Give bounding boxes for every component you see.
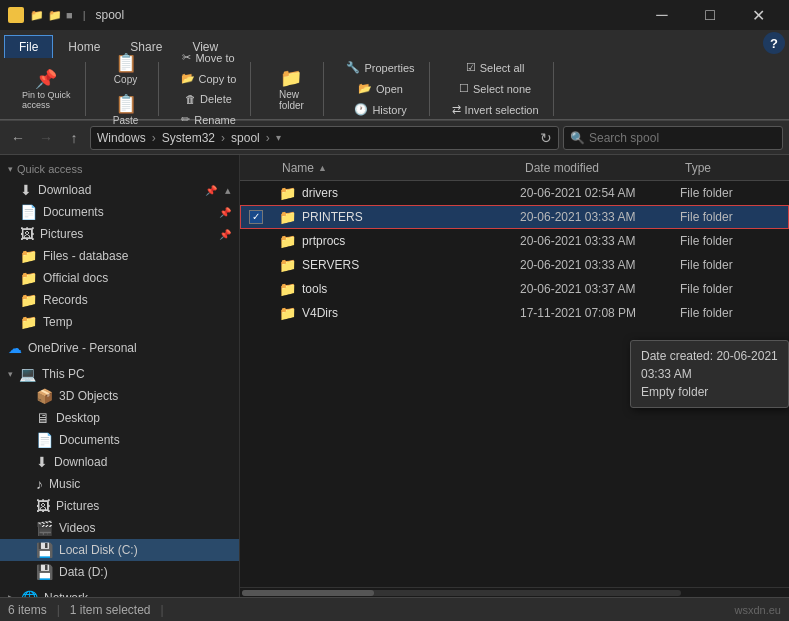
sidebar-item-files-db[interactable]: 📁 Files - database — [0, 245, 239, 267]
sidebar-item-3dobjects[interactable]: 📦 3D Objects — [0, 385, 239, 407]
ribbon-open-btn[interactable]: 📂 Open — [352, 80, 409, 97]
search-input[interactable] — [589, 131, 776, 145]
sidebar-item-videos[interactable]: 🎬 Videos — [0, 517, 239, 539]
ribbon-paste-button[interactable]: 📋 Paste — [102, 91, 150, 128]
sidebar-item-music[interactable]: ♪ Music — [0, 473, 239, 495]
column-name-header[interactable]: Name ▲ — [278, 157, 521, 179]
sidebar-videos-label: Videos — [59, 521, 95, 535]
ribbon-history-btn[interactable]: 🕐 History — [348, 101, 412, 118]
row-check-tools — [249, 282, 279, 296]
status-item-count: 6 items — [8, 603, 47, 617]
sidebar-item-download2[interactable]: ⬇ Download — [0, 451, 239, 473]
videos-icon: 🎬 — [36, 520, 53, 536]
checkbox-printers: ✓ — [249, 210, 263, 224]
ribbon-select-all-btn[interactable]: ☑ Select all — [460, 59, 531, 76]
horizontal-scrollbar[interactable] — [240, 587, 789, 597]
title-bar-icon3: ■ — [66, 9, 73, 21]
row-name-printers: 📁 PRINTERS — [279, 209, 520, 225]
row-name-servers: 📁 SERVERS — [279, 257, 520, 273]
ribbon-pin-to-quick[interactable]: 📌 Pin to Quickaccess — [16, 66, 77, 112]
sidebar: ▾ Quick access ⬇ Download 📌 ▴ 📄 Document… — [0, 155, 240, 597]
sidebar-item-temp[interactable]: 📁 Temp — [0, 311, 239, 333]
sidebar-item-download[interactable]: ⬇ Download 📌 ▴ — [0, 179, 239, 201]
sidebar-item-thispc[interactable]: ▾ 💻 This PC — [0, 363, 239, 385]
sidebar-item-pictures[interactable]: 🖼 Pictures 📌 — [0, 223, 239, 245]
music-icon: ♪ — [36, 476, 43, 492]
ribbon-properties-btn[interactable]: 🔧 Properties — [340, 59, 420, 76]
unchecked-prtprocs — [249, 234, 263, 248]
download2-icon: ⬇ — [36, 454, 48, 470]
tab-file[interactable]: File — [4, 35, 53, 58]
desktop-icon: 🖥 — [36, 410, 50, 426]
addr-sep-2: › — [221, 131, 225, 145]
pin-icon-download: 📌 — [205, 185, 217, 196]
sidebar-item-local-disk[interactable]: 💾 Local Disk (C:) — [0, 539, 239, 561]
table-row[interactable]: 📁 SERVERS 20-06-2021 03:33 AM File folde… — [240, 253, 789, 277]
sidebar-desktop-label: Desktop — [56, 411, 100, 425]
refresh-button[interactable]: ↻ — [540, 130, 552, 146]
properties-label: Properties — [364, 62, 414, 74]
up-button[interactable]: ↑ — [62, 126, 86, 150]
maximize-button[interactable]: □ — [687, 0, 733, 30]
select-all-icon: ☑ — [466, 61, 476, 74]
table-row[interactable]: 📁 tools 20-06-2021 03:37 AM File folder — [240, 277, 789, 301]
addr-spool: spool — [231, 131, 260, 145]
sidebar-3dobjects-label: 3D Objects — [59, 389, 118, 403]
quick-access-label: Quick access — [17, 163, 82, 175]
sidebar-item-records[interactable]: 📁 Records — [0, 289, 239, 311]
status-watermark: wsxdn.eu — [735, 604, 781, 616]
addr-dropdown[interactable]: ▾ — [276, 132, 281, 143]
window-controls[interactable]: ─ □ ✕ — [639, 0, 781, 30]
address-bar[interactable]: Windows › System32 › spool › ▾ ↻ — [90, 126, 559, 150]
ribbon-move-btn[interactable]: ✂ Move to — [176, 49, 240, 66]
sidebar-official-docs-label: Official docs — [43, 271, 108, 285]
table-row[interactable]: ✓ 📁 PRINTERS 20-06-2021 03:33 AM File fo… — [240, 205, 789, 229]
sidebar-item-documents[interactable]: 📄 Documents 📌 — [0, 201, 239, 223]
nav-bar: ← → ↑ Windows › System32 › spool › ▾ ↻ 🔍 — [0, 121, 789, 155]
main-layout: ▾ Quick access ⬇ Download 📌 ▴ 📄 Document… — [0, 155, 789, 597]
sidebar-item-network[interactable]: ▶ 🌐 Network — [0, 587, 239, 597]
sidebar-thispc-label: This PC — [42, 367, 85, 381]
help-button[interactable]: ? — [763, 32, 785, 54]
copyto-label: Copy to — [199, 73, 237, 85]
back-button[interactable]: ← — [6, 126, 30, 150]
table-row[interactable]: 📁 V4Dirs 17-11-2021 07:08 PM File folder — [240, 301, 789, 325]
addr-system32: System32 — [162, 131, 215, 145]
minimize-button[interactable]: ─ — [639, 0, 685, 30]
network-icon: 🌐 — [21, 590, 38, 597]
3dobjects-icon: 📦 — [36, 388, 53, 404]
column-type-header[interactable]: Type — [681, 157, 781, 179]
filename-printers: PRINTERS — [302, 210, 363, 224]
close-button[interactable]: ✕ — [735, 0, 781, 30]
status-selected-count: 1 item selected — [70, 603, 151, 617]
tooltip-line2: Empty folder — [641, 383, 778, 401]
forward-button[interactable]: → — [34, 126, 58, 150]
ribbon-invert-selection-btn[interactable]: ⇄ Invert selection — [446, 101, 545, 118]
quick-access-header[interactable]: ▾ Quick access — [0, 159, 239, 179]
ribbon-copy-to-btn[interactable]: 📂 Copy to — [175, 70, 243, 87]
ribbon-delete-btn[interactable]: 🗑 Delete — [179, 91, 238, 107]
search-icon: 🔍 — [570, 131, 585, 145]
table-row[interactable]: 📁 prtprocs 20-06-2021 03:33 AM File fold… — [240, 229, 789, 253]
table-row[interactable]: 📁 drivers 20-06-2021 02:54 AM File folde… — [240, 181, 789, 205]
new-folder-icon: 📁 — [280, 67, 302, 89]
ribbon-group-clipboard: 📋 Copy 📋 Paste — [94, 62, 159, 116]
unchecked-tools — [249, 282, 263, 296]
sidebar-item-official-docs[interactable]: 📁 Official docs — [0, 267, 239, 289]
column-date-header[interactable]: Date modified — [521, 157, 681, 179]
ribbon-copy-button[interactable]: 📋 Copy — [102, 50, 150, 87]
scrollbar-track — [242, 590, 681, 596]
sidebar-item-data-d[interactable]: 💾 Data (D:) — [0, 561, 239, 583]
sidebar-item-desktop[interactable]: 🖥 Desktop — [0, 407, 239, 429]
select-none-label: Select none — [473, 83, 531, 95]
sidebar-item-onedrive[interactable]: ☁ OneDrive - Personal — [0, 337, 239, 359]
sidebar-pictures-label: Pictures — [40, 227, 83, 241]
scrollbar-thumb[interactable] — [242, 590, 374, 596]
row-type-v4dirs: File folder — [680, 306, 780, 320]
ribbon-group-organize: ✂ Move to 📂 Copy to 🗑 Delete ✏ Rename — [167, 62, 252, 116]
ribbon-select-none-btn[interactable]: ☐ Select none — [453, 80, 537, 97]
ribbon-new-folder-btn[interactable]: 📁 Newfolder — [267, 65, 315, 113]
sidebar-item-pictures2[interactable]: 🖼 Pictures — [0, 495, 239, 517]
properties-icon: 🔧 — [346, 61, 360, 74]
sidebar-item-docs2[interactable]: 📄 Documents — [0, 429, 239, 451]
